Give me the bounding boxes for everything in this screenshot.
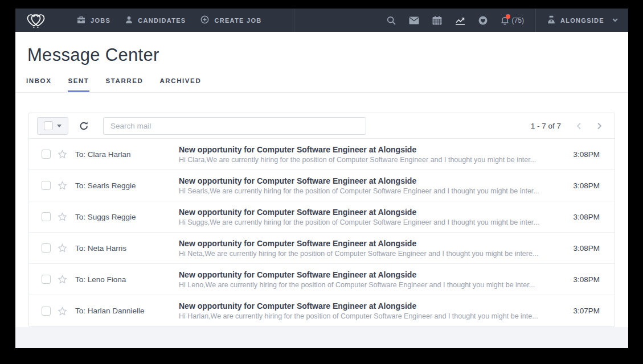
refresh-icon[interactable] bbox=[79, 121, 89, 131]
plus-circle-icon bbox=[200, 15, 209, 25]
recipient-label: To: Neta Harris bbox=[75, 244, 179, 253]
nav-item-create-job[interactable]: CREATE JOB bbox=[200, 15, 261, 25]
nav-item-label: CANDIDATES bbox=[138, 17, 186, 24]
analytics-icon[interactable] bbox=[455, 16, 465, 25]
message-time: 3:08PM bbox=[564, 181, 600, 190]
caret-down-icon bbox=[57, 125, 62, 127]
account-label: ALONGSIDE bbox=[560, 17, 604, 24]
message-subject: New opportunity for Computer Software En… bbox=[179, 176, 556, 185]
pagination-next-icon[interactable] bbox=[597, 122, 602, 130]
select-all-dropdown[interactable] bbox=[37, 117, 68, 135]
person-icon bbox=[125, 16, 133, 25]
tabs-bar: INBOX SENT STARRED ARCHIVED bbox=[15, 77, 628, 93]
row-checkbox[interactable] bbox=[42, 275, 51, 284]
message-row[interactable]: To: Suggs Reggie New opportunity for Com… bbox=[29, 201, 615, 233]
nav-item-label: JOBS bbox=[91, 17, 110, 24]
notification-dot bbox=[506, 14, 510, 19]
tab-inbox[interactable]: INBOX bbox=[26, 77, 51, 92]
message-preview: Hi Clara,We are currently hiring for the… bbox=[179, 156, 556, 164]
message-body: New opportunity for Computer Software En… bbox=[179, 145, 564, 164]
nav-item-jobs[interactable]: JOBS bbox=[77, 16, 110, 25]
tab-starred[interactable]: STARRED bbox=[106, 77, 144, 92]
globe-heart-icon[interactable] bbox=[478, 16, 488, 25]
navbar-divider bbox=[535, 9, 536, 32]
mail-card: 1 - 7 of 7 bbox=[28, 113, 615, 327]
bell-icon bbox=[501, 16, 509, 25]
message-subject: New opportunity for Computer Software En… bbox=[179, 270, 556, 279]
message-time: 3:08PM bbox=[564, 244, 600, 253]
row-checkbox[interactable] bbox=[42, 212, 51, 221]
mail-icon[interactable] bbox=[409, 16, 419, 24]
page-title: Message Center bbox=[27, 45, 628, 65]
message-row[interactable]: To: Neta Harris New opportunity for Comp… bbox=[29, 233, 615, 264]
message-subject: New opportunity for Computer Software En… bbox=[179, 239, 556, 248]
recipient-label: To: Clara Harlan bbox=[75, 150, 179, 159]
star-icon[interactable] bbox=[58, 275, 67, 284]
row-checkbox[interactable] bbox=[42, 307, 51, 316]
recipient-label: To: Harlan Dannielle bbox=[75, 307, 179, 315]
message-subject: New opportunity for Computer Software En… bbox=[179, 301, 556, 311]
mail-card-wrap: 1 - 7 of 7 bbox=[15, 93, 628, 327]
tab-label: ARCHIVED bbox=[159, 77, 201, 84]
recipient-label: To: Searls Reggie bbox=[75, 181, 179, 190]
message-row[interactable]: To: Searls Reggie New opportunity for Co… bbox=[29, 170, 615, 201]
pagination-range: 1 - 7 of 7 bbox=[531, 122, 561, 130]
message-subject: New opportunity for Computer Software En… bbox=[179, 145, 556, 154]
alongside-logo-icon[interactable] bbox=[24, 12, 47, 29]
recipient-label: To: Leno Fiona bbox=[75, 275, 179, 284]
tab-sent[interactable]: SENT bbox=[68, 77, 89, 92]
message-time: 3:08PM bbox=[564, 150, 600, 159]
footer-band bbox=[15, 327, 628, 348]
app-window: JOBS CANDIDATES CREATE J bbox=[15, 9, 628, 348]
message-list: To: Clara Harlan New opportunity for Com… bbox=[29, 139, 615, 326]
star-icon[interactable] bbox=[58, 212, 67, 221]
nav-item-candidates[interactable]: CANDIDATES bbox=[125, 16, 186, 25]
message-preview: Hi Suggs,We are currently hiring for the… bbox=[179, 218, 556, 226]
message-preview: Hi Searls,We are currently hiring for th… bbox=[179, 187, 556, 195]
star-icon[interactable] bbox=[58, 307, 67, 316]
star-icon[interactable] bbox=[58, 150, 67, 159]
account-menu[interactable]: ALONGSIDE bbox=[547, 15, 618, 25]
nav-item-label: CREATE JOB bbox=[214, 17, 261, 24]
message-preview: Hi Harlan,We are currently hiring for th… bbox=[179, 312, 556, 320]
row-checkbox[interactable] bbox=[42, 181, 51, 190]
message-row[interactable]: To: Clara Harlan New opportunity for Com… bbox=[29, 139, 615, 170]
message-time: 3:08PM bbox=[564, 275, 600, 284]
row-checkbox[interactable] bbox=[42, 243, 51, 253]
top-navbar: JOBS CANDIDATES CREATE J bbox=[15, 9, 628, 32]
message-body: New opportunity for Computer Software En… bbox=[179, 208, 564, 226]
tab-label: INBOX bbox=[26, 77, 51, 84]
message-preview: Hi Leno,We are currently hiring for the … bbox=[179, 281, 556, 289]
pagination-prev-icon[interactable] bbox=[576, 122, 581, 130]
message-body: New opportunity for Computer Software En… bbox=[179, 176, 564, 195]
star-icon[interactable] bbox=[58, 181, 67, 190]
main-content: Message Center INBOX SENT STARRED ARCHIV… bbox=[15, 32, 628, 348]
message-preview: Hi Neta,We are currently hiring for the … bbox=[179, 250, 556, 258]
tab-label: STARRED bbox=[106, 77, 144, 84]
select-all-checkbox[interactable] bbox=[44, 121, 53, 130]
search-mail-input[interactable] bbox=[103, 117, 366, 135]
message-subject: New opportunity for Computer Software En… bbox=[179, 208, 556, 217]
row-checkbox[interactable] bbox=[42, 150, 51, 159]
search-icon[interactable] bbox=[387, 16, 396, 25]
tab-label: SENT bbox=[68, 77, 89, 84]
briefcase-icon bbox=[77, 16, 85, 25]
message-row[interactable]: To: Harlan Dannielle New opportunity for… bbox=[29, 295, 615, 326]
chevron-down-icon bbox=[612, 18, 618, 22]
message-body: New opportunity for Computer Software En… bbox=[179, 239, 564, 258]
star-icon[interactable] bbox=[58, 243, 67, 253]
notification-count: (75) bbox=[512, 16, 524, 24]
message-row[interactable]: To: Leno Fiona New opportunity for Compu… bbox=[29, 264, 615, 295]
navbar-left: JOBS CANDIDATES CREATE J bbox=[15, 9, 294, 32]
message-body: New opportunity for Computer Software En… bbox=[179, 301, 564, 320]
message-time: 3:07PM bbox=[564, 307, 600, 315]
notifications[interactable]: (75) bbox=[501, 16, 524, 25]
tab-archived[interactable]: ARCHIVED bbox=[159, 77, 201, 92]
recipient-label: To: Suggs Reggie bbox=[75, 213, 179, 221]
pagination: 1 - 7 of 7 bbox=[531, 122, 602, 130]
calendar-icon[interactable] bbox=[432, 16, 442, 25]
account-avatar-icon bbox=[547, 15, 555, 25]
message-time: 3:08PM bbox=[564, 213, 600, 221]
mail-toolbar: 1 - 7 of 7 bbox=[29, 113, 615, 139]
message-body: New opportunity for Computer Software En… bbox=[179, 270, 564, 289]
